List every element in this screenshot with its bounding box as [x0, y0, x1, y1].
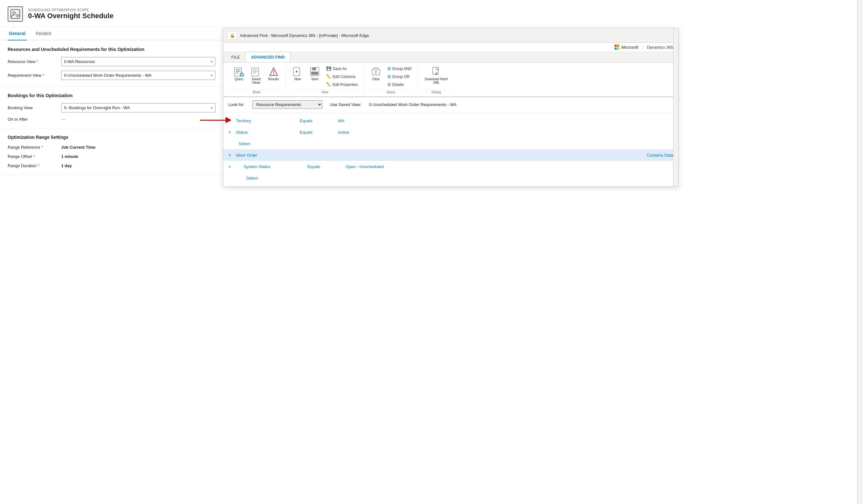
- new-label: New: [295, 77, 301, 81]
- save-label: Save: [311, 77, 318, 81]
- edit-columns-label: Edit Columns: [333, 75, 355, 79]
- svg-rect-13: [252, 68, 259, 76]
- group-or-button[interactable]: ⊞ Group OR: [385, 73, 414, 80]
- work-order-value-link[interactable]: Contains Data: [647, 153, 673, 158]
- new-button[interactable]: New: [290, 65, 305, 82]
- ms-text: Microsoft: [622, 45, 638, 50]
- select-2-link[interactable]: Select: [246, 176, 258, 181]
- tab-related[interactable]: Related: [34, 27, 52, 40]
- ribbon-group-query-items: Clear ⊞ Group AND ⊞ Group OR ⊞: [368, 65, 414, 88]
- status-value-link[interactable]: Active: [338, 130, 349, 135]
- booking-view-dropdown-icon: ▾: [211, 106, 212, 109]
- range-duration-value: 1 day: [61, 163, 72, 168]
- form-header-text: SCHEDULING OPTIMIZATION SCOPE 0-WA Overn…: [28, 8, 113, 20]
- query-icon: [234, 66, 244, 77]
- status-field-link[interactable]: Status: [236, 130, 300, 135]
- system-status-value-link[interactable]: Open - Unscheduled: [346, 164, 384, 169]
- dialog-title-text: Advanced Find - Microsoft Dynamics 365 -…: [240, 33, 369, 38]
- advanced-find-dialog: 🔒 Advanced Find - Microsoft Dynamics 365…: [223, 28, 678, 186]
- requirement-view-input[interactable]: 0-Unscheduled Work Order Requirements - …: [61, 71, 215, 80]
- group-and-button[interactable]: ⊞ Group AND: [385, 65, 414, 72]
- tab-advanced-find[interactable]: ADVANCED FIND: [245, 52, 290, 62]
- filter-row-status: ∨ Status Equals Active: [223, 126, 678, 138]
- clear-button[interactable]: Clear: [368, 65, 384, 82]
- system-status-field-link[interactable]: System Status: [244, 164, 308, 169]
- clear-label: Clear: [372, 77, 380, 81]
- system-status-operator-link[interactable]: Equals: [308, 164, 346, 169]
- status-chevron[interactable]: ∨: [228, 130, 234, 134]
- dialog-scrollbar[interactable]: [673, 28, 678, 186]
- look-for-label: Look for:: [228, 102, 245, 107]
- resources-section: Resources and Unscheduled Requirements f…: [0, 40, 223, 87]
- save-icon: [310, 66, 320, 77]
- territory-operator-link[interactable]: Equals: [300, 118, 338, 123]
- work-order-chevron[interactable]: ∨: [228, 153, 234, 157]
- new-icon: [292, 66, 303, 77]
- tab-general[interactable]: General: [8, 27, 27, 40]
- main-scrollbar[interactable]: [857, 0, 863, 504]
- filter-area: ∨ Territory Equals WA ∨ Status Equals Ac…: [223, 112, 678, 186]
- group-or-label: Group OR: [392, 75, 410, 79]
- requirement-view-field: Requirement View * 0-Unscheduled Work Or…: [8, 71, 215, 80]
- resources-section-title: Resources and Unscheduled Requirements f…: [8, 47, 215, 52]
- ribbon-group-view-items: New Save �: [290, 65, 360, 88]
- system-status-chevron[interactable]: ∨: [228, 164, 234, 169]
- details-button[interactable]: ⊞ Details: [385, 81, 414, 88]
- ribbon-group-view: New Save �: [286, 65, 364, 94]
- booking-view-field: Booking View 0- Bookings for Overnight R…: [8, 103, 215, 112]
- booking-view-input[interactable]: 0- Bookings for Overnight Run - WA ▾: [61, 103, 215, 112]
- on-or-after-value-wrapper: ---: [61, 117, 215, 121]
- save-button[interactable]: Save: [307, 65, 323, 82]
- svg-point-1: [13, 12, 15, 14]
- territory-field-link[interactable]: Territory: [236, 118, 300, 123]
- save-as-button[interactable]: 💾 Save As: [324, 65, 360, 72]
- resource-view-input-wrapper: 0-WA Resources ▾: [61, 57, 215, 66]
- filter-row-select-1: ∨ Select: [223, 138, 678, 149]
- range-reference-value: Job Current Time: [61, 145, 95, 150]
- select-1-link[interactable]: Select: [239, 141, 250, 146]
- required-star: *: [37, 60, 38, 64]
- range-reference-label: Range Reference *: [8, 145, 59, 150]
- ms-square-green: [617, 44, 619, 47]
- range-duration-label: Range Duration *: [8, 163, 59, 168]
- view-group-label: View: [290, 89, 360, 94]
- red-arrow-indicator: [200, 117, 231, 123]
- saved-views-button[interactable]: SavedViews: [248, 65, 264, 86]
- resource-view-input[interactable]: 0-WA Resources ▾: [61, 57, 215, 66]
- use-saved-value: 0-Unscheduled Work Order Requirements - …: [369, 102, 456, 107]
- svg-rect-30: [433, 67, 438, 74]
- details-label: Details: [392, 82, 404, 87]
- territory-value-link[interactable]: WA: [338, 118, 345, 123]
- clear-icon: [371, 66, 381, 77]
- on-or-after-value: ---: [61, 117, 65, 121]
- ribbon-tabs: FILE ADVANCED FIND: [223, 52, 678, 62]
- red-arrow-head: [226, 117, 231, 123]
- ms-logo: Microsoft: [614, 44, 638, 50]
- requirement-view-dropdown-icon: ▾: [211, 74, 212, 77]
- query-button[interactable]: Query: [231, 65, 247, 82]
- view-col-buttons: 💾 Save As ✏️ Edit Columns ✏️ Edit Proper…: [324, 65, 360, 88]
- dialog-lock-button[interactable]: 🔒: [227, 31, 237, 40]
- tab-file[interactable]: FILE: [226, 52, 245, 62]
- range-offset-value: 1 minute: [61, 154, 78, 159]
- ms-square-yellow: [617, 48, 619, 50]
- download-fetch-xml-button[interactable]: Download FetchXML: [422, 65, 450, 86]
- edit-properties-icon: ✏️: [326, 82, 331, 87]
- edit-properties-button[interactable]: ✏️ Edit Properties: [324, 81, 360, 88]
- show-group-label: Show: [231, 89, 282, 94]
- edit-columns-icon: ✏️: [326, 74, 331, 79]
- status-operator-link[interactable]: Equals: [300, 130, 338, 135]
- results-icon: [268, 66, 279, 77]
- ribbon-group-debug: Download FetchXML Debug: [418, 65, 454, 94]
- svg-rect-24: [312, 67, 316, 70]
- work-order-field-link[interactable]: Work Order: [236, 153, 300, 158]
- form-tabs: General Related: [0, 27, 223, 40]
- edit-columns-button[interactable]: ✏️ Edit Columns: [324, 73, 360, 80]
- range-offset-label: Range Offset *: [8, 154, 59, 159]
- ms-square-red: [614, 44, 617, 47]
- dynamics-text: Dynamics 365: [647, 45, 673, 50]
- ribbon-group-show-items: Query SavedViews: [231, 65, 282, 88]
- edit-properties-label: Edit Properties: [333, 82, 358, 87]
- look-for-select[interactable]: Resource Requirements: [252, 100, 322, 109]
- results-button[interactable]: Results: [265, 65, 282, 82]
